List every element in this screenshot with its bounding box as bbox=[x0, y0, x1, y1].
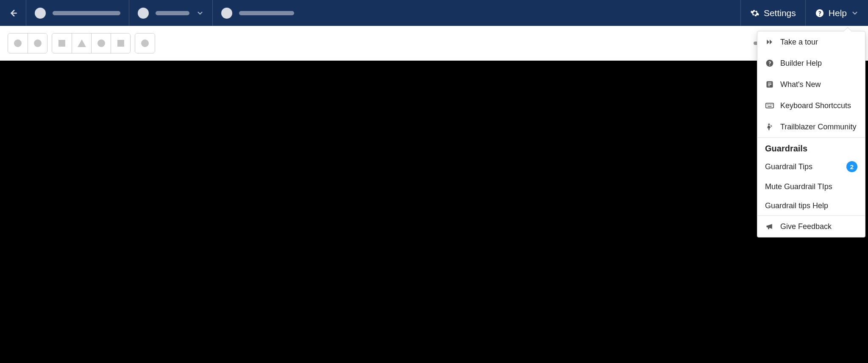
header-slot-2[interactable] bbox=[129, 0, 213, 26]
svg-rect-8 bbox=[772, 104, 773, 105]
svg-rect-9 bbox=[768, 106, 771, 107]
menu-label: Guardrail Tips bbox=[765, 162, 812, 171]
builder-canvas[interactable] bbox=[0, 61, 868, 363]
header-slot-1[interactable] bbox=[26, 0, 129, 26]
svg-rect-3 bbox=[768, 86, 770, 87]
trailblazer-icon bbox=[765, 122, 774, 131]
svg-rect-6 bbox=[768, 104, 769, 105]
circle-icon bbox=[14, 39, 22, 47]
menu-label: Mute Guardrail TIps bbox=[765, 182, 832, 191]
help-menu-mute-guardrail[interactable]: Mute Guardrail TIps bbox=[757, 177, 865, 196]
square-icon bbox=[117, 40, 124, 47]
help-menu-guardrail-tips[interactable]: Guardrail Tips 2 bbox=[757, 156, 865, 177]
settings-label: Settings bbox=[764, 8, 796, 18]
menu-label: Builder Help bbox=[780, 59, 822, 68]
triangle-icon bbox=[78, 39, 86, 47]
svg-rect-4 bbox=[766, 103, 773, 108]
tool-button[interactable] bbox=[52, 34, 72, 53]
menu-label: Guardrail tips Help bbox=[765, 201, 828, 210]
guardrails-heading: Guardrails bbox=[757, 138, 865, 156]
arrow-left-icon bbox=[8, 8, 19, 19]
help-menu-give-feedback[interactable]: Give Feedback bbox=[757, 216, 865, 237]
help-menu-guardrail-help[interactable]: Guardrail tips Help bbox=[757, 196, 865, 215]
count-badge: 2 bbox=[846, 161, 857, 172]
chevron-down-icon bbox=[851, 9, 859, 17]
whats-new-icon bbox=[765, 80, 774, 89]
tool-group-1 bbox=[8, 33, 47, 53]
circle-icon bbox=[141, 39, 149, 47]
svg-point-10 bbox=[768, 123, 770, 125]
question-icon bbox=[815, 8, 824, 18]
app-header: Settings Help bbox=[0, 0, 868, 26]
help-button[interactable]: Help bbox=[805, 0, 868, 26]
menu-label: What's New bbox=[780, 80, 821, 89]
placeholder-avatar bbox=[138, 8, 149, 19]
placeholder-avatar bbox=[35, 8, 46, 19]
tool-button[interactable] bbox=[91, 34, 111, 53]
keyboard-icon bbox=[765, 101, 774, 110]
help-label: Help bbox=[829, 8, 847, 18]
placeholder-avatar bbox=[221, 8, 232, 19]
builder-toolbar bbox=[0, 26, 868, 61]
svg-rect-1 bbox=[768, 83, 771, 84]
menu-label: Give Feedback bbox=[780, 222, 832, 231]
double-chevron-icon bbox=[765, 37, 774, 47]
help-menu-trailblazer[interactable]: Trailblazer Community bbox=[757, 116, 865, 137]
help-menu-keyboard-shortcuts[interactable]: Keyboard Shortccuts bbox=[757, 95, 865, 116]
help-menu-builder-help[interactable]: Builder Help bbox=[757, 53, 865, 74]
circle-icon bbox=[34, 39, 42, 47]
megaphone-icon bbox=[765, 222, 774, 231]
tool-button[interactable] bbox=[72, 34, 91, 53]
chevron-down-icon bbox=[196, 9, 204, 17]
square-icon bbox=[58, 40, 65, 47]
tool-button[interactable] bbox=[135, 34, 155, 53]
placeholder-text bbox=[156, 11, 189, 15]
circle-icon bbox=[97, 39, 105, 47]
menu-label: Trailblazer Community bbox=[780, 123, 856, 131]
menu-label: Keyboard Shortccuts bbox=[780, 101, 851, 110]
help-menu: Take a tour Builder Help What's New Keyb… bbox=[757, 31, 865, 237]
header-slot-3[interactable] bbox=[213, 0, 303, 26]
tool-group-2 bbox=[52, 33, 131, 53]
gear-icon bbox=[750, 8, 760, 18]
svg-rect-7 bbox=[770, 104, 771, 105]
tool-button[interactable] bbox=[111, 34, 130, 53]
tool-button[interactable] bbox=[8, 34, 28, 53]
help-menu-whats-new[interactable]: What's New bbox=[757, 74, 865, 95]
question-icon bbox=[765, 59, 774, 68]
tool-group-3 bbox=[135, 33, 155, 53]
placeholder-text bbox=[239, 11, 294, 15]
help-menu-take-tour[interactable]: Take a tour bbox=[757, 31, 865, 53]
back-button[interactable] bbox=[0, 0, 26, 26]
placeholder-text bbox=[53, 11, 120, 15]
svg-rect-2 bbox=[768, 84, 771, 85]
tool-button[interactable] bbox=[28, 34, 47, 53]
settings-button[interactable]: Settings bbox=[740, 0, 805, 26]
svg-rect-5 bbox=[767, 104, 768, 105]
menu-label: Take a tour bbox=[780, 38, 818, 47]
